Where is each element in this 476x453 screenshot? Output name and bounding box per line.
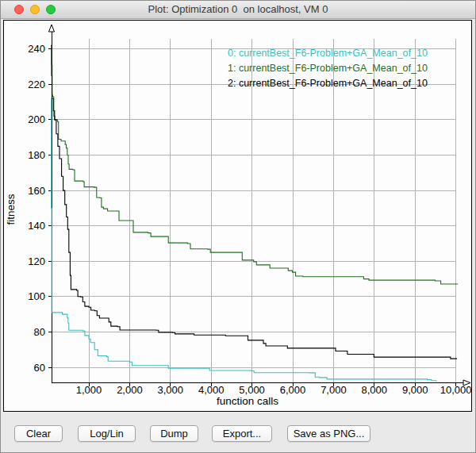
y-tick-label: 180 — [28, 149, 45, 161]
y-tick-label: 160 — [28, 185, 45, 197]
legend-entry: 1: currentBest_F6-Problem+GA_Mean_of_10 — [228, 63, 428, 74]
plot-canvas: 60801001201401601802002202401,0002,0003,… — [4, 21, 471, 411]
clear-button[interactable]: Clear — [14, 425, 63, 442]
x-tick-label: 8,000 — [362, 384, 388, 396]
y-tick-label: 200 — [28, 113, 45, 125]
legend-entry: 2: currentBest_F6-Problem+GA_Mean_of_10 — [228, 78, 428, 89]
y-axis-arrow-icon — [49, 25, 55, 32]
dump-button[interactable]: Dump — [150, 425, 198, 442]
x-tick-label: 6,000 — [280, 384, 306, 396]
button-row: Clear Log/Lin Dump Export... Save as PNG… — [1, 425, 475, 443]
x-tick-label: 4,000 — [198, 384, 225, 396]
save-as-png-button[interactable]: Save as PNG... — [287, 425, 370, 442]
log-lin-button[interactable]: Log/Lin — [78, 425, 136, 442]
y-tick-label: 240 — [28, 43, 45, 55]
y-tick-label: 60 — [34, 362, 45, 374]
y-tick-label: 120 — [28, 255, 45, 267]
x-tick-label: 10,000 — [440, 384, 471, 396]
y-tick-label: 80 — [34, 326, 45, 338]
legend-entry: 0: currentBest_F6-Problem+GA_Mean_of_10 — [228, 48, 428, 59]
y-tick-label: 100 — [28, 290, 45, 302]
x-tick-label: 3,000 — [158, 384, 184, 396]
x-axis-title: function calls — [217, 395, 278, 407]
series-line-2 — [51, 45, 457, 359]
title-bar[interactable]: Plot: Optimization 0 on localhost, VM 0 — [1, 1, 475, 19]
export-button[interactable]: Export... — [212, 425, 272, 442]
x-tick-label: 9,000 — [402, 384, 428, 396]
plot-window: Plot: Optimization 0 on localhost, VM 0 … — [0, 0, 476, 453]
x-tick-label: 1,000 — [76, 384, 102, 396]
y-axis-title: fitness — [5, 194, 17, 225]
plot-panel: 60801001201401601802002202401,0002,0003,… — [3, 20, 472, 412]
y-tick-label: 220 — [28, 79, 45, 90]
window-title: Plot: Optimization 0 on localhost, VM 0 — [1, 1, 475, 18]
x-tick-label: 7,000 — [321, 384, 347, 396]
x-tick-label: 2,000 — [117, 384, 143, 396]
series-line-0 — [51, 98, 436, 382]
x-tick-label: 5,000 — [239, 384, 265, 396]
y-tick-label: 140 — [28, 220, 45, 232]
